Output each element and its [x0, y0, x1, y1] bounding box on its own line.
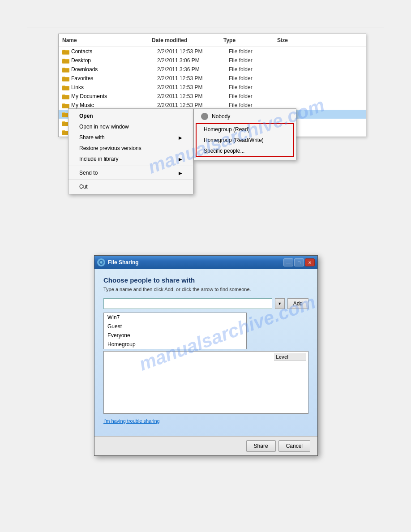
explorer-row[interactable]: My Documents 2/2/2011 12:53 PM File fold…	[59, 92, 366, 101]
file-type: File folder	[225, 66, 279, 73]
submenu-arrow: ▶	[179, 171, 182, 176]
dropdown-arrow-button[interactable]: ▼	[275, 298, 285, 309]
explorer-row[interactable]: Downloads 2/2/2011 3:36 PM File folder	[59, 65, 366, 74]
sub-menu-item[interactable]: Homegroup (Read/Write)	[197, 135, 293, 146]
svg-rect-5	[62, 94, 69, 99]
menu-item-label: Restore previous versions	[79, 145, 141, 151]
title-bar-left: File Sharing	[97, 258, 139, 266]
explorer-row[interactable]: Favorites 2/2/2011 12:53 PM File folder	[59, 74, 366, 83]
dialog-content: Choose people to share with Type a name …	[94, 269, 317, 436]
menu-item-label: Cut	[79, 184, 88, 190]
dropdown-list: Win7GuestEveryoneHomegroup	[103, 313, 247, 349]
col-type-header: Type	[220, 36, 274, 45]
file-name: Desktop	[71, 57, 154, 64]
sub-context-menu: NobodyHomegroup (Read)Homegroup (Read/Wr…	[193, 108, 296, 160]
context-menu-item[interactable]: Send to ▶	[68, 167, 193, 178]
file-type: File folder	[225, 102, 279, 108]
context-menu: Open Open in new window Share with ▶Rest…	[68, 108, 193, 194]
file-date: 2/2/2011 3:06 PM	[154, 57, 225, 64]
folder-icon	[62, 102, 69, 109]
nobody-icon	[201, 113, 208, 120]
sub-menu-label: Specific people...	[204, 148, 244, 154]
file-date: 2/2/2011 12:53 PM	[154, 84, 225, 90]
cancel-button[interactable]: Cancel	[278, 440, 310, 452]
folder-icon	[62, 93, 69, 100]
svg-rect-1	[62, 59, 69, 63]
sub-menu-item[interactable]: Homegroup (Read)	[197, 124, 293, 135]
file-name: Contacts	[71, 48, 154, 55]
sub-menu-item[interactable]: Nobody	[194, 111, 296, 122]
submenu-arrow: ▶	[179, 135, 182, 140]
svg-rect-4	[62, 86, 69, 90]
maximize-button[interactable]: □	[294, 258, 304, 266]
sub-menu-item[interactable]: Specific people...	[197, 146, 293, 156]
folder-icon	[62, 57, 69, 64]
folder-icon	[62, 48, 69, 55]
dialog-title-bar: File Sharing — □ ✕	[94, 256, 317, 269]
file-type: File folder	[225, 93, 279, 99]
dialog-heading: Choose people to share with	[103, 276, 308, 284]
sub-menu-label: Homegroup (Read)	[204, 126, 250, 133]
svg-rect-6	[62, 103, 69, 108]
menu-separator	[68, 166, 193, 166]
dialog-title-text: File Sharing	[108, 259, 139, 266]
file-type: File folder	[225, 48, 279, 55]
share-table-names	[104, 352, 272, 413]
dialog-bottom: Share Cancel	[94, 436, 317, 455]
level-header: Level	[274, 353, 306, 361]
file-date: 2/2/2011 3:36 PM	[154, 66, 225, 73]
sharing-icon	[97, 258, 105, 266]
file-name: Links	[71, 84, 154, 90]
file-name: Downloads	[71, 66, 154, 73]
col-size-header: Size	[274, 36, 309, 45]
file-sharing-dialog: File Sharing — □ ✕ Choose people to shar…	[94, 255, 318, 456]
folder-icon	[62, 66, 69, 73]
dropdown-list-item[interactable]: Everyone	[104, 331, 246, 340]
file-date: 2/2/2011 12:53 PM	[154, 75, 225, 82]
explorer-row[interactable]: Desktop 2/2/2011 3:06 PM File folder	[59, 56, 366, 65]
context-menu-item[interactable]: Open	[68, 111, 193, 121]
folder-icon	[62, 84, 69, 91]
context-menu-item[interactable]: Open in new window	[68, 121, 193, 132]
dropdown-list-item[interactable]: Homegroup	[104, 340, 246, 349]
title-bar-controls[interactable]: — □ ✕	[283, 258, 315, 266]
share-table: Level	[103, 351, 308, 414]
explorer-row[interactable]: Links 2/2/2011 12:53 PM File folder	[59, 83, 366, 92]
menu-item-label: Include in library	[79, 156, 118, 162]
share-input-row: ▼ Add	[103, 298, 308, 309]
col-date-header: Date modified	[148, 36, 220, 45]
dialog-subtitle: Type a name and then click Add, or click…	[103, 287, 308, 292]
file-date: 2/2/2011 12:53 PM	[154, 93, 225, 99]
col-name-header: Name	[59, 36, 148, 45]
file-date: 2/2/2011 12:53 PM	[154, 102, 225, 108]
dropdown-list-item[interactable]: Win7	[104, 313, 246, 322]
menu-item-label: Share with	[79, 134, 105, 141]
menu-item-label: Open in new window	[79, 124, 129, 130]
share-name-input[interactable]	[103, 298, 272, 309]
folder-icon	[62, 75, 69, 82]
sub-menu-label: Homegroup (Read/Write)	[204, 137, 264, 143]
top-divider	[27, 27, 384, 27]
trouble-link[interactable]: I'm having trouble sharing	[103, 418, 308, 424]
minimize-button[interactable]: —	[283, 258, 293, 266]
context-menu-item[interactable]: Restore previous versions	[68, 143, 193, 154]
explorer-row[interactable]: Contacts 2/2/2011 12:53 PM File folder	[59, 47, 366, 56]
menu-item-label: Open	[79, 113, 93, 119]
svg-rect-0	[62, 50, 69, 54]
file-name: Favorites	[71, 75, 154, 82]
submenu-arrow: ▶	[179, 157, 182, 162]
file-name: My Documents	[71, 93, 154, 99]
file-name: My Music	[71, 102, 154, 108]
add-button[interactable]: Add	[287, 298, 308, 309]
file-type: File folder	[225, 75, 279, 82]
context-menu-item[interactable]: Share with ▶	[68, 132, 193, 143]
close-button[interactable]: ✕	[305, 258, 315, 266]
dropdown-list-item[interactable]: Guest	[104, 322, 246, 331]
sub-menu-label: Nobody	[212, 113, 230, 120]
share-button[interactable]: Share	[246, 440, 276, 452]
svg-rect-3	[62, 77, 69, 81]
file-type: File folder	[225, 57, 279, 64]
context-menu-item[interactable]: Cut	[68, 181, 193, 192]
context-menu-item[interactable]: Include in library ▶	[68, 154, 193, 164]
menu-item-label: Send to	[79, 170, 98, 176]
